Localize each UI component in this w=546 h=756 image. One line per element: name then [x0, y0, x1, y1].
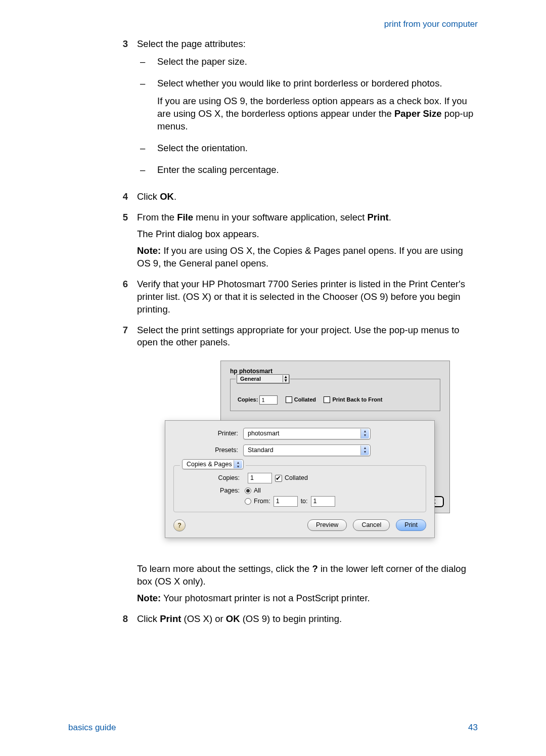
- step-note: Note: If you are using OS X, the Copies …: [137, 245, 478, 270]
- panel-select[interactable]: Copies & Pages▴▾: [182, 459, 244, 469]
- bullet-dash: –: [137, 142, 157, 160]
- copies-label: Copies:: [238, 396, 258, 403]
- step-text: Select the page attributes:: [137, 38, 478, 51]
- to-label: to:: [301, 497, 308, 506]
- help-button[interactable]: ?: [173, 519, 186, 531]
- step-text: Click Print (OS X) or OK (OS 9) to begin…: [137, 613, 478, 626]
- step-number: 7: [110, 324, 137, 353]
- osx-print-dialog: Printer: photosmart▴▾ Presets: Standard▴…: [165, 420, 435, 538]
- bullet-dash: –: [137, 56, 157, 73]
- printer-select[interactable]: photosmart▴▾: [243, 428, 371, 439]
- step-text: From the File menu in your software appl…: [137, 211, 478, 224]
- step-result: The Print dialog box appears.: [137, 228, 478, 241]
- section-header: print from your computer: [384, 19, 478, 30]
- panel-selector[interactable]: General▴▾: [237, 374, 289, 384]
- pages-from-radio[interactable]: [245, 498, 251, 505]
- step-number: 6: [110, 278, 137, 320]
- bullet-dash: –: [137, 77, 157, 138]
- step-8: 8 Click Print (OS X) or OK (OS 9) to beg…: [110, 613, 478, 630]
- pages-all-radio[interactable]: [245, 487, 251, 494]
- presets-select[interactable]: Standard▴▾: [243, 444, 371, 456]
- learn-more-text: To learn more about the settings, click …: [137, 563, 478, 588]
- back-to-front-label: Print Back to Front: [332, 396, 382, 403]
- preview-button[interactable]: Preview: [307, 519, 347, 531]
- sub-a: Select the paper size.: [157, 56, 478, 68]
- step-7: 7 Select the print settings appropriate …: [110, 324, 478, 353]
- from-input[interactable]: 1: [274, 496, 298, 507]
- print-button[interactable]: Print: [396, 519, 426, 531]
- pages-all-label: All: [254, 486, 261, 495]
- sub-b-extra: If you are using OS 9, the borderless op…: [157, 95, 478, 133]
- bullet-dash: –: [137, 164, 157, 182]
- postscript-note: Note: Your photosmart printer is not a P…: [137, 592, 478, 605]
- step-number: 8: [110, 613, 137, 630]
- step-text: Verify that your HP Photosmart 7700 Seri…: [137, 278, 478, 316]
- sub-c: Select the orientation.: [157, 142, 478, 155]
- from-label: From:: [254, 497, 270, 506]
- step-6: 6 Verify that your HP Photosmart 7700 Se…: [110, 278, 478, 320]
- collated-checkbox[interactable]: [275, 475, 282, 482]
- step-number: 3: [110, 38, 137, 187]
- guide-name: basics guide: [68, 722, 116, 734]
- presets-label: Presets:: [173, 446, 243, 455]
- step-4: 4 Click OK.: [110, 191, 478, 207]
- pages-label: Pages:: [180, 486, 245, 495]
- step-text: Select the print settings appropriate fo…: [137, 324, 478, 349]
- printer-label: Printer:: [173, 429, 243, 438]
- print-dialogs-figure: hp photosmart General▴▾ Copies: 1 Collat…: [165, 361, 448, 553]
- to-input[interactable]: 1: [311, 496, 335, 507]
- sub-b: Select whether you would like to print b…: [157, 77, 478, 90]
- step-5: 5 From the File menu in your software ap…: [110, 211, 478, 274]
- back-to-front-checkbox[interactable]: [324, 396, 330, 403]
- sub-d: Enter the scaling percentage.: [157, 164, 478, 176]
- after-figure-text: To learn more about the settings, click …: [110, 563, 478, 609]
- collated-label: Collated: [285, 474, 308, 482]
- step-number: 4: [110, 191, 137, 207]
- step-number: 5: [110, 211, 137, 274]
- content-body: 3 Select the page attributes: –Select th…: [110, 38, 478, 630]
- copies-input[interactable]: 1: [248, 473, 272, 483]
- step-text: Click OK.: [137, 191, 478, 203]
- cancel-button[interactable]: Cancel: [353, 519, 390, 531]
- copies-label: Copies:: [180, 474, 245, 482]
- copies-input[interactable]: 1: [259, 395, 278, 405]
- page-footer: basics guide 43: [68, 722, 478, 734]
- step-3: 3 Select the page attributes: –Select th…: [110, 38, 478, 187]
- collated-label: Collated: [294, 396, 316, 403]
- page-number: 43: [468, 722, 478, 734]
- copies-pages-panel: Copies & Pages▴▾ Copies: 1 Collated Page…: [173, 465, 426, 512]
- collated-checkbox[interactable]: [286, 396, 292, 403]
